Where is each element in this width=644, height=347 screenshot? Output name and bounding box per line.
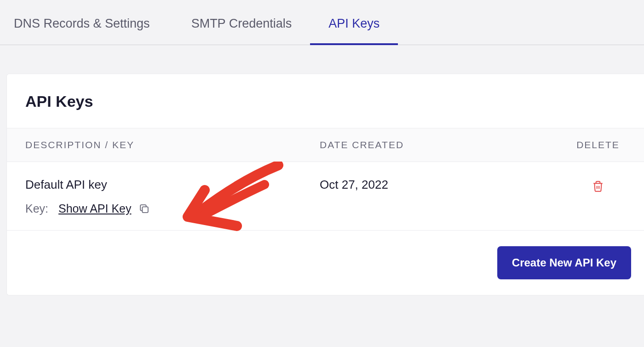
tab-smtp-credentials[interactable]: SMTP Credentials — [173, 0, 310, 45]
table-header: DESCRIPTION / KEY DATE CREATED DELETE — [7, 128, 644, 162]
show-api-key-link[interactable]: Show API Key — [58, 202, 131, 215]
tab-dns-records[interactable]: DNS Records & Settings — [9, 0, 173, 45]
key-row: Key: Show API Key — [25, 202, 320, 215]
column-header-date: DATE CREATED — [320, 139, 570, 150]
card-title: API Keys — [7, 74, 644, 128]
api-keys-card: API Keys DESCRIPTION / KEY DATE CREATED … — [6, 74, 644, 295]
tab-label: DNS Records & Settings — [14, 17, 150, 30]
create-new-api-key-button[interactable]: Create New API Key — [497, 246, 631, 279]
tab-label: SMTP Credentials — [191, 17, 292, 30]
copy-icon[interactable] — [138, 203, 150, 214]
tab-api-keys[interactable]: API Keys — [310, 0, 398, 45]
key-label: Key: — [25, 202, 48, 215]
cell-delete — [570, 178, 626, 194]
api-key-name: Default API key — [25, 178, 320, 192]
tab-bar: DNS Records & Settings SMTP Credentials … — [0, 0, 644, 45]
tab-label: API Keys — [328, 17, 380, 30]
table-row: Default API key Key: Show API Key Oct 27… — [7, 162, 644, 231]
column-header-delete: DELETE — [570, 139, 626, 150]
cell-description: Default API key Key: Show API Key — [25, 178, 320, 215]
column-header-description: DESCRIPTION / KEY — [25, 139, 320, 150]
trash-icon[interactable] — [592, 180, 604, 192]
svg-rect-0 — [143, 207, 149, 213]
card-footer: Create New API Key — [7, 231, 644, 295]
cell-date: Oct 27, 2022 — [320, 178, 570, 192]
